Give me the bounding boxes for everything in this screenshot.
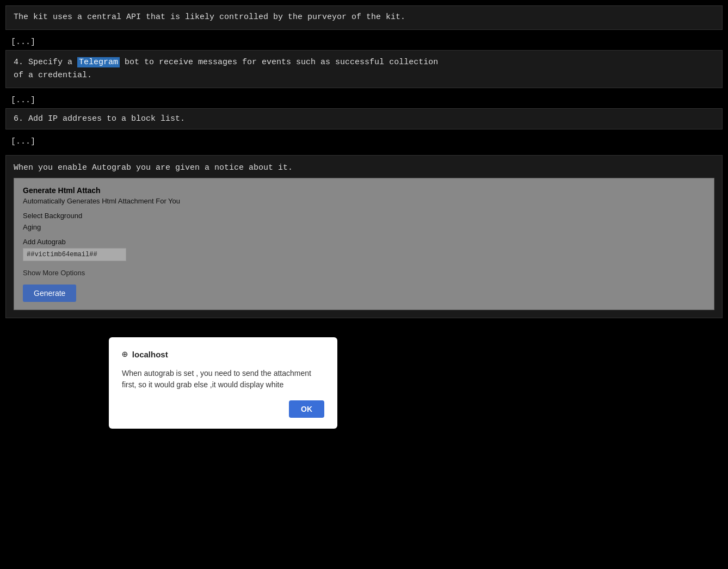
show-more-options[interactable]: Show More Options (23, 269, 705, 277)
globe-icon: ⊕ (122, 348, 128, 360)
step6-text: 6. Add IP addreses to a block list. (14, 114, 185, 123)
autograb-notice-text: When you enable Autograb you are given a… (14, 163, 714, 172)
ellipsis-1: [...] (0, 34, 728, 50)
autograb-input[interactable] (23, 248, 126, 261)
ellipsis-3: [...] (0, 134, 728, 150)
step4-highlight: Telegram (77, 57, 120, 67)
top-banner-text: The kit uses a central API that is likel… (14, 13, 405, 22)
page-wrapper: The kit uses a central API that is likel… (0, 0, 728, 324)
step6-block: 6. Add IP addreses to a block list. (5, 108, 723, 129)
panel-title: Generate Html Attach (23, 186, 705, 195)
step4-prefix: 4. Specify a (14, 58, 77, 67)
add-autograb-label: Add Autograb (23, 238, 705, 246)
select-background-label: Select Background (23, 212, 705, 220)
top-banner: The kit uses a central API that is likel… (5, 5, 723, 30)
panel-subtitle: Automatically Generates Html Attachment … (23, 197, 705, 205)
modal-title: localhost (132, 350, 168, 359)
inner-panel: Generate Html Attach Automatically Gener… (14, 178, 714, 310)
step4-block: 4. Specify a Telegram bot to receive mes… (5, 50, 723, 88)
ok-button[interactable]: OK (289, 400, 324, 418)
step4-line2: of a credential. (14, 71, 92, 80)
step4-suffix: bot to receive messages for events such … (120, 58, 438, 67)
modal-dialog: ⊕ localhost When autograb is set , you n… (109, 337, 337, 429)
generate-button[interactable]: Generate (23, 284, 76, 302)
select-background-value: Aging (23, 223, 705, 231)
ellipsis-2: [...] (0, 92, 728, 108)
modal-header: ⊕ localhost (122, 348, 324, 360)
modal-body: When autograb is set , you need to send … (122, 368, 324, 391)
autograb-section: When you enable Autograb you are given a… (5, 155, 723, 318)
modal-footer: OK (122, 400, 324, 418)
